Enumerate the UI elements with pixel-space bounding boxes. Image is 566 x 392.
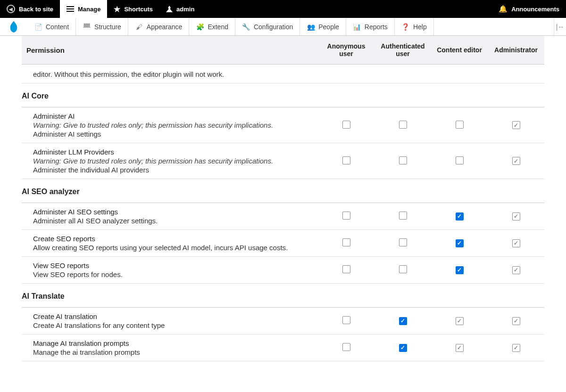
header-role-administrator: Administrator xyxy=(488,36,544,65)
checkbox[interactable]: ✓ xyxy=(399,344,407,352)
menu-extend[interactable]: 🧩Extend xyxy=(189,18,235,35)
header-permission: Permission xyxy=(22,36,318,65)
menu-appearance-label: Appearance xyxy=(147,23,183,31)
checkbox[interactable] xyxy=(399,265,407,273)
checkbox[interactable] xyxy=(342,316,350,324)
checkbox[interactable]: ✓ xyxy=(512,344,520,352)
permission-title: Administer AI xyxy=(33,112,312,120)
checkbox[interactable] xyxy=(342,238,350,246)
permission-row: Administer LLM ProvidersWarning: Give to… xyxy=(22,143,544,179)
menu-people-label: People xyxy=(318,23,339,31)
checkbox[interactable] xyxy=(399,121,407,129)
bell-icon: 🔔 xyxy=(499,5,508,13)
menu-help[interactable]: ❓Help xyxy=(395,18,434,35)
person-icon xyxy=(166,6,173,12)
checkbox[interactable]: ✓ xyxy=(512,157,520,165)
checkbox[interactable] xyxy=(342,121,350,129)
checkbox[interactable] xyxy=(399,212,407,220)
checkbox[interactable]: ✓ xyxy=(512,317,520,325)
permission-title: Manage AI translation prompts xyxy=(33,339,312,347)
help-icon: ❓ xyxy=(401,23,410,31)
permission-description: Allow creating SEO reports using your se… xyxy=(33,244,312,252)
announcements-label: Announcements xyxy=(511,6,559,13)
permission-title: View SEO reports xyxy=(33,261,312,270)
brush-icon: 🖌 xyxy=(135,23,143,31)
people-icon: 👥 xyxy=(307,23,315,31)
checkbox[interactable] xyxy=(456,156,464,164)
permission-group-header: AI Translate xyxy=(22,284,544,308)
menu-help-label: Help xyxy=(413,23,427,31)
menu-configuration[interactable]: 🔧Configuration xyxy=(235,18,300,35)
permission-description: Create AI translations for any content t… xyxy=(33,321,312,329)
permission-group-header: AI SEO analyzer xyxy=(22,179,544,203)
back-arrow-icon: ◀ xyxy=(7,5,15,13)
checkbox[interactable]: ✓ xyxy=(512,266,520,274)
menu-content-label: Content xyxy=(46,23,69,31)
permissions-table: Permission Anonymous user Authenticated … xyxy=(22,36,544,361)
checkbox[interactable]: ✓ xyxy=(456,344,464,352)
permission-warning: Warning: Give to trusted roles only; thi… xyxy=(33,157,312,165)
shortcuts-link[interactable]: ★ Shortcuts xyxy=(107,0,159,18)
permission-description: Administer AI settings xyxy=(33,130,312,138)
menu-structure[interactable]: ᚙStructure xyxy=(76,18,128,35)
menu-configuration-label: Configuration xyxy=(254,23,293,31)
manage-toggle[interactable]: Manage xyxy=(60,0,107,18)
menu-reports[interactable]: 📊Reports xyxy=(346,18,395,35)
file-icon: 📄 xyxy=(34,23,42,31)
back-to-site-link[interactable]: ◀ Back to site xyxy=(0,0,60,18)
checkbox[interactable] xyxy=(456,121,464,129)
hamburger-icon xyxy=(67,8,74,9)
checkbox[interactable] xyxy=(342,156,350,164)
structure-icon: ᚙ xyxy=(83,23,91,31)
menu-structure-label: Structure xyxy=(94,23,121,31)
checkbox[interactable] xyxy=(399,156,407,164)
drupal-logo-icon[interactable] xyxy=(0,18,27,35)
permission-description: Administer all AI SEO analyzer settings. xyxy=(33,217,312,225)
permission-row: Create AI translationCreate AI translati… xyxy=(22,308,544,335)
checkbox[interactable] xyxy=(342,212,350,220)
chart-icon: 📊 xyxy=(353,23,361,31)
orientation-toggle[interactable]: |↔ xyxy=(554,18,566,35)
permission-title: Create AI translation xyxy=(33,312,312,320)
permission-row: Create SEO reportsAllow creating SEO rep… xyxy=(22,230,544,257)
permission-row: View SEO reportsView SEO reports for nod… xyxy=(22,257,544,284)
puzzle-icon: 🧩 xyxy=(196,23,204,31)
menu-people[interactable]: 👥People xyxy=(300,18,346,35)
permission-description: Administer the individual AI providers xyxy=(33,166,312,174)
permission-row: Administer AI SEO settingsAdminister all… xyxy=(22,203,544,230)
permission-title: Administer AI SEO settings xyxy=(33,208,312,216)
checkbox[interactable]: ✓ xyxy=(512,212,520,220)
header-role-anonymous: Anonymous user xyxy=(318,36,375,65)
permission-row: editor. Without this permission, the edi… xyxy=(22,65,544,83)
permission-title: Create SEO reports xyxy=(33,235,312,243)
checkbox[interactable]: ✓ xyxy=(512,121,520,129)
permission-description: Manage the ai translation prompts xyxy=(33,348,312,356)
checkbox[interactable] xyxy=(399,238,407,246)
checkbox[interactable]: ✓ xyxy=(456,239,464,247)
admin-menu: 📄Content ᚙStructure 🖌Appearance 🧩Extend … xyxy=(0,18,566,36)
menu-appearance[interactable]: 🖌Appearance xyxy=(128,18,190,35)
checkbox[interactable]: ✓ xyxy=(399,317,407,325)
checkbox[interactable]: ✓ xyxy=(456,317,464,325)
menu-reports-label: Reports xyxy=(365,23,388,31)
checkbox[interactable] xyxy=(342,343,350,351)
permission-description: editor. Without this permission, the edi… xyxy=(33,70,312,78)
admin-user-menu[interactable]: admin xyxy=(159,0,201,18)
checkbox[interactable]: ✓ xyxy=(512,239,520,247)
permission-warning: Warning: Give to trusted roles only; thi… xyxy=(33,121,312,129)
permissions-region: Permission Anonymous user Authenticated … xyxy=(0,36,566,361)
menu-content[interactable]: 📄Content xyxy=(27,18,76,35)
wrench-icon: 🔧 xyxy=(242,23,250,31)
permission-description: View SEO reports for nodes. xyxy=(33,270,312,278)
announcements-link[interactable]: 🔔 Announcements xyxy=(492,0,566,18)
menu-extend-label: Extend xyxy=(208,23,228,31)
checkbox[interactable] xyxy=(342,265,350,273)
star-icon: ★ xyxy=(114,5,120,14)
checkbox[interactable]: ✓ xyxy=(456,266,464,274)
shortcuts-label: Shortcuts xyxy=(124,6,153,13)
checkbox[interactable]: ✓ xyxy=(456,212,464,220)
back-to-site-label: Back to site xyxy=(19,6,53,13)
header-role-content-editor: Content editor xyxy=(431,36,488,65)
permission-row: Administer AIWarning: Give to trusted ro… xyxy=(22,107,544,143)
header-role-authenticated: Authenticated user xyxy=(375,36,431,65)
